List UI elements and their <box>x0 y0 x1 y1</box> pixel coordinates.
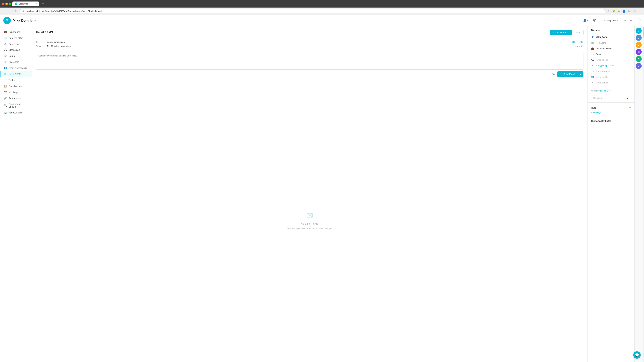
tags-add-icon[interactable]: + <box>629 106 631 109</box>
resume-icon: 📄 <box>4 36 7 39</box>
more-options-button[interactable]: ⋮ <box>575 17 580 23</box>
sidebar-item-tasks[interactable]: ✓ Tasks <box>0 77 32 83</box>
briefcase-icon: 💼 <box>591 47 594 50</box>
sidebar-item-notes[interactable]: 📝 Notes <box>0 53 32 59</box>
detail-row-headline: 🏢 + Headline <box>588 40 634 45</box>
scrollbar[interactable] <box>643 26 644 362</box>
no-emails-area: ✉ No Email / SMS No messages have been s… <box>32 79 588 362</box>
sidebar-item-email-sms[interactable]: ✉ Email / SMS <box>0 71 32 77</box>
email-sms-title: Email / SMS <box>36 31 53 34</box>
browser-tab[interactable]: B Breezy HR ✕ <box>12 1 39 6</box>
sidebar-item-meetings[interactable]: 📅 Meetings <box>0 89 32 95</box>
candidate-avatar: M <box>3 17 11 24</box>
avatar-c[interactable]: C <box>636 28 642 34</box>
profile-icon[interactable]: 👤 <box>622 9 626 13</box>
detail-row-department: 💼 Customer Service <box>588 45 634 51</box>
attach-icon[interactable]: 📎 <box>552 72 556 76</box>
send-label: Send Email <box>564 73 574 75</box>
tab-compose-email[interactable]: Compose Email <box>550 30 572 35</box>
details-title: Details <box>588 26 634 34</box>
tab-close-icon[interactable]: ✕ <box>35 3 37 5</box>
window-max-btn[interactable] <box>9 3 11 5</box>
cc-button[interactable]: +CC <box>572 41 576 43</box>
extensions-icon[interactable]: 🧩 <box>612 9 616 13</box>
sidebar-label-discussion: Discussion <box>8 49 20 51</box>
send-email-dropdown-button[interactable]: ● <box>578 71 584 77</box>
sidebar-item-references[interactable]: 🔗 References <box>0 95 32 101</box>
detail-phone-placeholder[interactable]: + Add phone <box>596 59 608 61</box>
next-candidate-button[interactable]: → <box>628 18 634 23</box>
avatar-b[interactable]: B <box>636 63 642 69</box>
sidebar-item-documents[interactable]: 🗂 Documents <box>0 41 32 47</box>
star-icon[interactable]: ★ <box>34 19 36 22</box>
sidebar-item-discussion[interactable]: 💬 Discussion <box>0 47 32 53</box>
sidebar-item-team-scorecards[interactable]: 👥 Team Scorecards <box>0 65 32 71</box>
change-stage-button[interactable]: ⇄ Change Stage <box>599 18 621 23</box>
quick-note-area[interactable]: Quick note 🔒 <box>591 95 631 101</box>
support-chat-button[interactable]: 💬 <box>633 351 641 359</box>
added-by-name[interactable]: Lauren Deli <box>600 90 610 92</box>
email-icon: ✉ <box>591 64 594 67</box>
send-email-main-button[interactable]: ✉ Send Email <box>557 71 578 77</box>
detail-profile-placeholder[interactable]: + Add profile <box>596 76 608 78</box>
scrollbar-thumb <box>643 27 644 37</box>
forward-button[interactable]: → <box>8 9 13 13</box>
navigation-arrows: ← → <box>623 18 634 23</box>
window-min-btn[interactable] <box>5 3 8 5</box>
custom-attrs-add-icon[interactable]: + <box>629 119 631 123</box>
sidebar-nav: 💼 Experience 📄 Resume / CV 🗂 Documents 💬… <box>0 26 32 362</box>
window-close-btn[interactable] <box>2 3 4 5</box>
insert-chevron: ▾ <box>582 45 584 47</box>
detail-row-source: ⚑ + Add source <box>588 80 634 85</box>
detail-address-placeholder[interactable]: + Add address <box>596 70 610 72</box>
building-icon: 🏢 <box>591 41 594 44</box>
subject-value: Re: Moodjoy opportunity <box>47 45 573 47</box>
no-emails-title: No Email / SMS <box>301 222 319 225</box>
avatar-j1[interactable]: J <box>636 35 642 41</box>
prev-candidate-button[interactable]: ← <box>623 18 628 23</box>
sidebar-label-background-checks: Background Checks <box>8 103 28 108</box>
tags-add-text[interactable]: + Add tags <box>588 110 634 114</box>
secure-icon: 🔒 <box>22 10 25 12</box>
new-tab-button[interactable]: + <box>40 1 45 6</box>
sidebar-item-experience[interactable]: 💼 Experience <box>0 29 32 35</box>
quick-note-placeholder: Quick note <box>593 97 604 99</box>
browser-toolbar: ← → ↻ 🔒 app.breezy.hr/app/c/moodjoy/p/5b… <box>0 7 644 15</box>
back-button[interactable]: ← <box>2 9 7 13</box>
compose-body-area <box>36 52 584 69</box>
menu-icon[interactable]: ⋮ <box>638 9 642 13</box>
close-candidate-button[interactable]: ✕ <box>636 18 641 23</box>
bcc-button[interactable]: +BCC <box>578 41 584 43</box>
assessments-icon: 📊 <box>4 111 7 114</box>
add-user-button[interactable]: 👤+ <box>582 17 589 23</box>
app-header: M Mika Dom 📡 ★ ⋮ 👤+ 📅 ⇄ Change Stage ← →… <box>0 15 644 26</box>
bookmark-icon[interactable]: ☆ <box>607 9 610 13</box>
detail-candidate-name: Mika Dom <box>596 36 607 38</box>
avatar-n[interactable]: N <box>636 56 642 62</box>
compose-textarea[interactable] <box>36 52 583 69</box>
avatar-m[interactable]: M <box>636 49 642 55</box>
notes-icon: 📝 <box>4 54 7 57</box>
tab-sms[interactable]: SMS <box>572 30 583 35</box>
sidebar-item-questionnaires[interactable]: 📋 Questionnaires <box>0 83 32 89</box>
avatar-j2[interactable]: J <box>636 42 642 48</box>
incognito-label: Incognito <box>628 9 637 13</box>
detail-source-placeholder[interactable]: + Add source <box>596 81 608 84</box>
added-by-label: Added by <box>591 90 600 92</box>
sidebar-item-background-checks[interactable]: 🔍 Background Checks <box>0 101 32 110</box>
detail-headline-placeholder[interactable]: + Headline <box>596 41 606 44</box>
subject-label: Subject <box>36 45 45 47</box>
address-bar[interactable]: 🔒 app.breezy.hr/app/c/moodjoy/p/5b46f90d… <box>20 9 606 13</box>
detail-row-name: 👤 Mika Dom <box>588 34 634 40</box>
calendar-button[interactable]: 📅 <box>591 17 597 23</box>
insert-button[interactable]: + Insert ▾ <box>575 45 584 47</box>
to-field-row: To dom@sample.com +CC +BCC <box>36 41 584 43</box>
documents-icon: 🗂 <box>4 42 7 45</box>
download-icon[interactable]: ⬇ <box>617 9 621 13</box>
reload-button[interactable]: ↻ <box>14 9 18 13</box>
sidebar-item-scorecard[interactable]: ⭐ Scorecard <box>0 59 32 65</box>
sidebar-item-resume[interactable]: 📄 Resume / CV <box>0 35 32 41</box>
email-sms-icon: ✉ <box>4 72 7 76</box>
candidate-name-area: Mika Dom 📡 ★ <box>13 18 36 22</box>
sidebar-item-assessments[interactable]: 📊 Assessments <box>0 110 32 116</box>
